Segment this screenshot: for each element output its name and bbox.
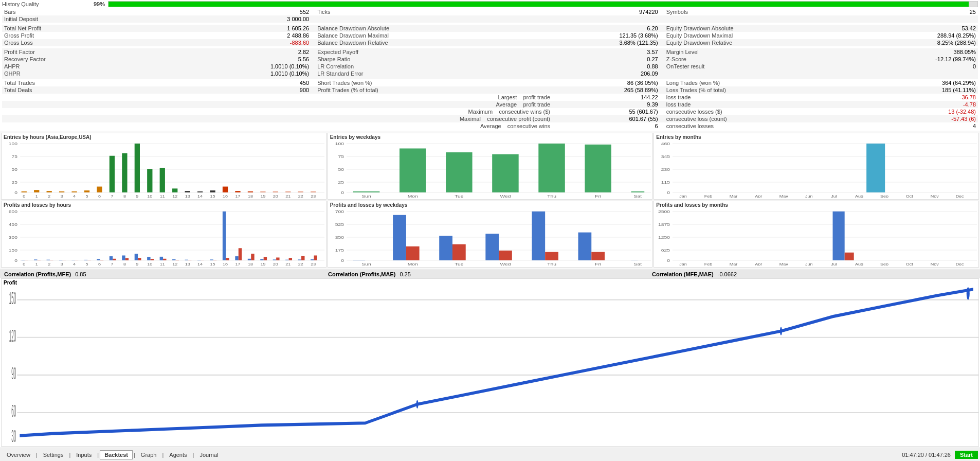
svg-text:Tue: Tue [455,194,463,198]
svg-text:Jul: Jul [831,194,838,198]
svg-text:19: 19 [260,262,266,265]
corr2-label: Correlation (Profits,MAE) [328,271,395,277]
history-quality-bar [108,1,978,7]
chart-entries-weekdays: Entries by weekdays 100 75 50 25 0 [328,133,653,200]
svg-text:Oct: Oct [906,194,914,198]
svg-text:10: 10 [147,262,153,265]
svg-rect-203 [499,251,512,260]
svg-text:7: 7 [111,262,114,265]
svg-text:8: 8 [123,262,126,265]
svg-rect-125 [84,260,87,260]
stats-row-average-trade: Average profit trade 9.39 loss trade -4.… [2,101,978,108]
svg-text:17: 17 [235,262,241,265]
svg-text:22: 22 [298,262,304,265]
svg-text:Oct: Oct [906,262,914,265]
svg-text:Sep: Sep [880,262,889,265]
svg-text:0: 0 [14,190,17,195]
svg-text:5: 5 [86,194,89,198]
bars-value: 552 [205,8,311,15]
svg-text:Sep: Sep [880,194,889,198]
svg-text:90: 90 [11,364,16,383]
svg-rect-146 [213,260,216,260]
svg-text:175: 175 [335,248,343,253]
svg-rect-22 [172,188,177,192]
svg-rect-198 [393,215,406,260]
chart-pnl-months: Profits and losses by months 2500 1875 1… [654,201,979,268]
svg-text:Feb: Feb [704,194,713,198]
history-quality-label: History Quality [2,1,84,7]
svg-rect-145 [210,259,213,260]
stats-table: Bars 552 Ticks 974220 Symbols 25 Initial… [2,8,978,130]
svg-text:50: 50 [11,167,17,172]
corr1-label: Correlation (Profits,MFE) [4,271,71,277]
tab-backtest[interactable]: Backtest [100,450,133,459]
charts-row-entries: Entries by hours (Asia,Europe,USA) 100 7… [1,133,979,200]
svg-text:525: 525 [335,222,343,227]
svg-rect-32 [298,192,303,192]
svg-text:Mar: Mar [730,194,738,198]
stats-row-initial: Initial Deposit 3 000.00 [2,15,978,23]
symbols-label: Symbols [664,8,867,15]
tab-settings[interactable]: Settings [39,450,68,459]
svg-rect-161 [311,259,314,260]
chart-pnl-months-title: Profits and losses by months [654,201,978,209]
svg-text:75: 75 [338,154,343,159]
svg-text:Jun: Jun [805,194,813,198]
svg-text:4: 4 [73,194,76,198]
tab-overview[interactable]: Overview [2,450,35,459]
svg-rect-135 [147,257,150,260]
svg-text:Jun: Jun [805,262,813,265]
svg-text:Dec: Dec [956,262,964,265]
svg-rect-11 [34,190,39,192]
svg-text:14: 14 [197,194,203,198]
stats-row-average-consecutive: Average consecutive wins 6 consecutive l… [2,122,978,130]
svg-rect-131 [122,256,125,261]
corr1-value: 0.85 [75,271,86,277]
svg-text:12: 12 [172,262,178,265]
svg-text:25: 25 [11,180,17,185]
stats-row-recovery: Recovery Factor 5.56 Sharpe Ratio 0.27 Z… [2,56,978,63]
svg-text:10: 10 [147,194,153,198]
svg-rect-121 [59,260,62,260]
svg-rect-13 [59,191,64,192]
svg-text:19: 19 [260,194,266,198]
stats-row-largest: Largest profit trade 144.22 loss trade -… [2,94,978,101]
tab-graph[interactable]: Graph [136,450,161,459]
svg-text:3: 3 [61,262,64,265]
svg-text:4: 4 [73,262,76,265]
svg-text:Sat: Sat [633,194,642,198]
tab-inputs[interactable]: Inputs [71,450,96,459]
svg-rect-134 [138,258,141,260]
svg-text:0: 0 [14,258,17,263]
svg-text:3: 3 [61,194,64,198]
stats-row-maximal-consecutive-profit: Maximal consecutive profit (count) 601.6… [2,115,978,122]
svg-rect-150 [239,248,242,260]
start-button[interactable]: Start [955,451,978,459]
correlation-2: Correlation (Profits,MAE) 0.25 [328,271,652,277]
svg-text:Nov: Nov [931,194,939,198]
svg-text:22: 22 [298,194,304,198]
svg-rect-118 [38,260,41,260]
tab-agents[interactable]: Agents [165,450,191,459]
svg-text:1250: 1250 [658,235,670,240]
svg-text:350: 350 [335,235,343,240]
svg-text:23: 23 [311,194,316,198]
stats-section: History Quality 99% Bars 552 Ticks 97422… [0,0,980,131]
svg-rect-147 [223,211,226,260]
stats-row-net-profit: Total Net Profit 1 605.26 Balance Drawdo… [2,25,978,32]
svg-text:May: May [779,262,788,265]
svg-text:Sun: Sun [361,194,371,198]
chart-pnl-weekdays: Profits and losses by weekdays 700 525 3… [328,201,653,268]
svg-rect-199 [406,246,420,260]
scatter-section: Profit 150 120 90 60 30 [1,278,979,447]
tab-journal[interactable]: Journal [195,450,223,459]
svg-rect-149 [235,256,238,260]
svg-rect-128 [100,260,103,260]
pnl-weekdays-svg: 700 525 350 175 0 [328,209,652,265]
svg-text:21: 21 [285,194,291,198]
svg-text:0: 0 [341,258,344,263]
svg-text:18: 18 [248,194,253,198]
chart-entries-hours-title: Entries by hours (Asia,Europe,USA) [2,133,326,141]
svg-text:15: 15 [210,194,216,198]
svg-rect-227 [845,253,854,260]
